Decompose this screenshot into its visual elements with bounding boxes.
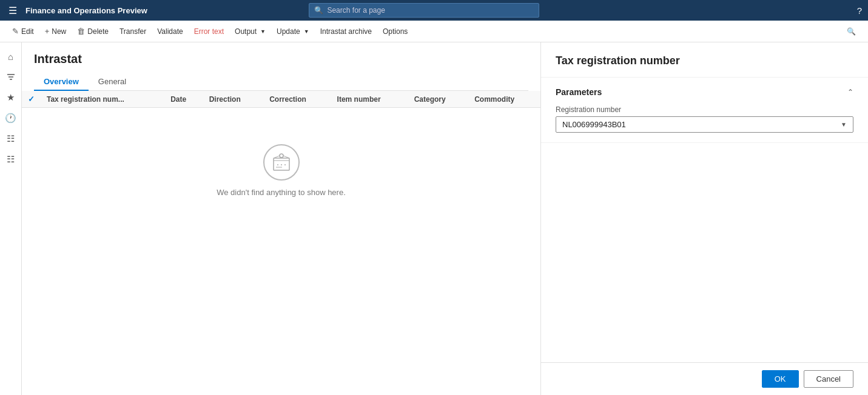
col-tax-reg: Tax registration num... [41, 91, 164, 108]
col-item-number: Item number [331, 91, 408, 108]
right-panel: Tax registration number Parameters ⌃ Reg… [540, 42, 868, 395]
table-area: ✓ Tax registration num... Date Direction… [22, 91, 540, 395]
sidebar-list-icon[interactable]: ☷ [2, 150, 20, 168]
transfer-button[interactable]: Transfer [115, 25, 151, 38]
output-chevron-icon: ▼ [260, 28, 266, 35]
tab-general[interactable]: General [89, 73, 136, 91]
sidebar-filter-icon[interactable] [2, 68, 20, 86]
help-icon[interactable]: ? [857, 5, 862, 16]
validate-button[interactable]: Validate [152, 25, 187, 38]
right-panel-title: Tax registration number [556, 55, 853, 67]
edit-button[interactable]: ✎ Edit [7, 24, 39, 38]
panel-section-chevron-icon: ⌃ [847, 88, 853, 96]
error-text-button[interactable]: Error text [189, 25, 229, 38]
output-button[interactable]: Output ▼ [230, 25, 271, 38]
panel-section-header[interactable]: Parameters ⌃ [556, 87, 853, 97]
tabs: Overview General [34, 73, 528, 91]
search-placeholder: Search for a page [327, 6, 385, 15]
col-check[interactable]: ✓ [22, 91, 41, 108]
delete-button[interactable]: 🗑 Delete [72, 24, 113, 38]
panel-section-label: Parameters [556, 87, 602, 97]
options-button[interactable]: Options [378, 25, 412, 38]
empty-message: We didn't find anything to show here. [217, 188, 346, 197]
col-commodity: Commodity [468, 91, 540, 108]
select-chevron-icon: ▼ [841, 121, 847, 128]
tab-overview[interactable]: Overview [34, 73, 89, 91]
empty-icon [263, 144, 300, 181]
col-date: Date [164, 91, 203, 108]
intrastat-archive-button[interactable]: Intrastat archive [315, 25, 377, 38]
right-panel-header: Tax registration number [541, 42, 868, 78]
panel-footer: OK Cancel [541, 362, 868, 395]
search-toolbar-icon: 🔍 [847, 27, 856, 36]
col-category: Category [408, 91, 468, 108]
update-button[interactable]: Update ▼ [272, 25, 314, 38]
registration-number-select[interactable]: NL006999943B01 ▼ [556, 116, 853, 133]
data-table: ✓ Tax registration num... Date Direction… [22, 91, 540, 233]
panel-spacer [541, 143, 868, 362]
select-all-checkbox[interactable]: ✓ [28, 95, 35, 104]
sidebar-recent-icon[interactable]: 🕐 [2, 109, 20, 127]
registration-number-value: NL006999943B01 [562, 120, 626, 129]
app-title: Finance and Operations Preview [25, 6, 147, 15]
field-label: Registration number [556, 105, 853, 114]
hamburger-menu[interactable]: ☰ [6, 2, 19, 19]
search-icon: 🔍 [314, 6, 323, 15]
svg-point-4 [280, 154, 283, 158]
svg-point-9 [284, 164, 286, 165]
cancel-button[interactable]: Cancel [804, 370, 853, 388]
sidebar-home-icon[interactable]: ⌂ [2, 47, 20, 65]
content-area: Intrastat Overview General ✓ Tax registr… [22, 42, 540, 395]
new-icon: + [45, 27, 50, 36]
svg-point-8 [281, 164, 282, 165]
left-sidebar: ⌂ ★ 🕐 ☷ ☷ [0, 42, 22, 395]
ok-button[interactable]: OK [762, 370, 799, 388]
update-chevron-icon: ▼ [304, 28, 309, 35]
search-bar[interactable]: 🔍 Search for a page [309, 3, 539, 18]
search-toolbar-button[interactable]: 🔍 [842, 25, 861, 38]
edit-icon: ✎ [12, 27, 19, 36]
page-title: Intrastat [34, 52, 528, 66]
sidebar-grid-icon[interactable]: ☷ [2, 130, 20, 148]
panel-section-parameters: Parameters ⌃ Registration number NL00699… [541, 78, 868, 143]
new-button[interactable]: + New [40, 24, 72, 38]
panel-field-registration: Registration number NL006999943B01 ▼ [556, 105, 853, 133]
col-correction: Correction [263, 91, 331, 108]
col-direction: Direction [203, 91, 263, 108]
delete-icon: 🗑 [77, 27, 85, 36]
toolbar: ✎ Edit + New 🗑 Delete Transfer Validate … [0, 21, 868, 42]
empty-state: We didn't find anything to show here. [22, 108, 540, 233]
sidebar-favorites-icon[interactable]: ★ [2, 88, 20, 107]
svg-point-7 [277, 164, 278, 165]
